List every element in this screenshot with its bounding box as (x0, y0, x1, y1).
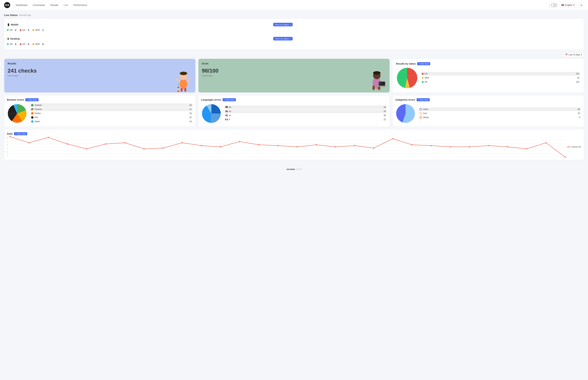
date-filter[interactable]: 📅 Last 15 days ▾ (563, 53, 584, 57)
results-card: Results 241 checks Last 15 days (4, 59, 196, 93)
chrome-icon (31, 108, 34, 111)
lang-errors-card: Languages errors + View more (198, 95, 390, 127)
mobile-metrics: OK 2 KO 3 SKIP 1 (7, 29, 293, 31)
legend-row-skip: SKIP 16 (421, 76, 580, 80)
main-nav: Dashboard Commands Results Live Performa… (16, 4, 549, 6)
svg-line-6 (187, 78, 190, 81)
status-chart-inner: KO 101 SKIP 16 OK (396, 67, 580, 89)
svg-point-40 (277, 145, 278, 146)
theme-toggle-knob: ☀ (549, 3, 553, 7)
legend-row-es: 🇪🇸 es 30 (224, 114, 387, 117)
mobile-card-header: 📱 Mobile View Live Status ↗ (7, 23, 293, 26)
svg-point-54 (545, 142, 546, 143)
daily-view-more-button[interactable]: + View more (14, 132, 27, 135)
mobile-skip-metric: SKIP 1 (33, 29, 43, 31)
status-view-more-button[interactable]: + View more (417, 62, 430, 65)
flag-icon: 🇬🇧 (561, 4, 564, 6)
svg-point-35 (182, 142, 183, 143)
legend-row-others: Others 0 (418, 115, 581, 119)
svg-point-49 (450, 146, 451, 147)
desktop-card-header: 🖥 Desktop View Live Status ↗ (7, 37, 293, 40)
skip-color-dot (422, 77, 424, 79)
ko-dot (20, 29, 21, 31)
cart-icon (419, 112, 422, 114)
legend-row-fr: 🇫🇷 fr 22 (224, 118, 387, 121)
status-cards: 📱 Mobile View Live Status ↗ OK 2 KO 3 (4, 19, 584, 50)
svg-marker-10 (177, 90, 179, 92)
svg-point-36 (201, 145, 202, 146)
ios-icon (31, 116, 34, 119)
status-legend: KO 101 SKIP 16 OK (421, 72, 580, 84)
nav-commands[interactable]: Commands (33, 4, 45, 6)
mobile-view-live-button[interactable]: View Live Status ↗ (273, 23, 293, 26)
language-selector[interactable]: 🇬🇧 English ▾ (559, 3, 576, 7)
ok-dot-2 (7, 43, 9, 45)
daily-legend: Onestic KO (567, 137, 581, 157)
categories-pie-chart (395, 103, 416, 124)
svg-point-30 (86, 148, 87, 149)
top-cards-row: Results 241 checks Last 15 days (4, 59, 584, 93)
external-link-icon-2: ↗ (289, 38, 291, 40)
nav-dashboard[interactable]: Dashboard (16, 4, 27, 6)
score-value: 98/100 (202, 68, 386, 74)
svg-point-13 (373, 71, 381, 75)
svg-point-37 (220, 146, 221, 147)
status-card-title: Results by status (396, 62, 416, 65)
svg-point-38 (239, 141, 240, 142)
lang-view-more-button[interactable]: + View more (223, 98, 236, 101)
ok-color-dot (422, 81, 424, 83)
categories-errors-header: Categories errors + View more (395, 98, 581, 101)
desktop-metrics: OK 5 KO 4 SKIP 0 (7, 43, 293, 46)
legend-row-de: 🇩🇪 de 25 (224, 105, 387, 109)
browser-legend: Android 20 Chrome 21 F (30, 103, 193, 124)
live-status-time: Seconds ago (19, 14, 31, 16)
daily-legend-line (567, 147, 570, 147)
footer-version: v2.4.0 (296, 168, 302, 171)
language-label: English (565, 4, 572, 6)
browser-errors-card: Browser errors + View more (4, 95, 196, 127)
categories-view-more-button[interactable]: + View more (417, 98, 430, 101)
svg-point-28 (48, 137, 49, 138)
footer: .mcclane v2.4.0 (0, 166, 588, 172)
nav-results[interactable]: Results (50, 4, 58, 6)
svg-point-41 (296, 146, 297, 147)
score-illustration (366, 59, 388, 93)
chevron-down-icon: ▾ (573, 4, 575, 6)
live-status-title: Live Status (4, 14, 18, 17)
header: Dashboard Commands Results Live Performa… (0, 0, 588, 10)
svg-point-44 (354, 145, 355, 146)
desktop-status-card: 🖥 Desktop View Live Status ↗ OK 5 KO 4 (7, 36, 293, 47)
mobile-card-title: 📱 Mobile (7, 23, 18, 26)
charts-row: Browser errors + View more (4, 95, 584, 127)
desktop-ok-metric: OK 5 (7, 43, 16, 46)
browser-errors-title: Browser errors (7, 98, 24, 101)
categories-errors-card: Categories errors + View more Users (392, 95, 584, 127)
legend-row-firefox: Firefox 19 (30, 112, 193, 115)
svg-point-34 (163, 148, 164, 149)
browser-pie-chart (7, 103, 27, 124)
score-subtitle: Last 15 days (202, 75, 386, 77)
nav-performance[interactable]: Performance (74, 4, 87, 6)
legend-row-chrome: Chrome 21 (30, 107, 193, 111)
svg-point-42 (315, 144, 317, 145)
browser-chart-inner: Android 20 Chrome 21 F (7, 103, 193, 124)
svg-rect-14 (372, 86, 375, 90)
theme-toggle[interactable]: ☀ (549, 3, 557, 7)
logout-button[interactable]: ⇥ (578, 2, 584, 8)
skip-dot (33, 29, 34, 31)
mobile-icon: 📱 (7, 23, 10, 26)
svg-point-51 (488, 145, 489, 146)
lang-pie-chart (201, 103, 222, 124)
desktop-view-live-button[interactable]: View Live Status ↗ (273, 37, 293, 40)
svg-point-9 (177, 87, 179, 88)
svg-point-32 (124, 142, 125, 143)
external-link-icon: ↗ (289, 23, 291, 26)
browser-view-more-button[interactable]: + View more (25, 98, 39, 101)
android-icon (31, 104, 34, 106)
daily-title: Daily (7, 133, 13, 135)
categories-chart-inner: Users 81 Cart 20 Other (395, 103, 581, 124)
svg-point-27 (29, 142, 30, 143)
svg-point-43 (335, 146, 336, 147)
nav-live[interactable]: Live (64, 4, 68, 6)
results-value: 241 checks (8, 68, 192, 74)
